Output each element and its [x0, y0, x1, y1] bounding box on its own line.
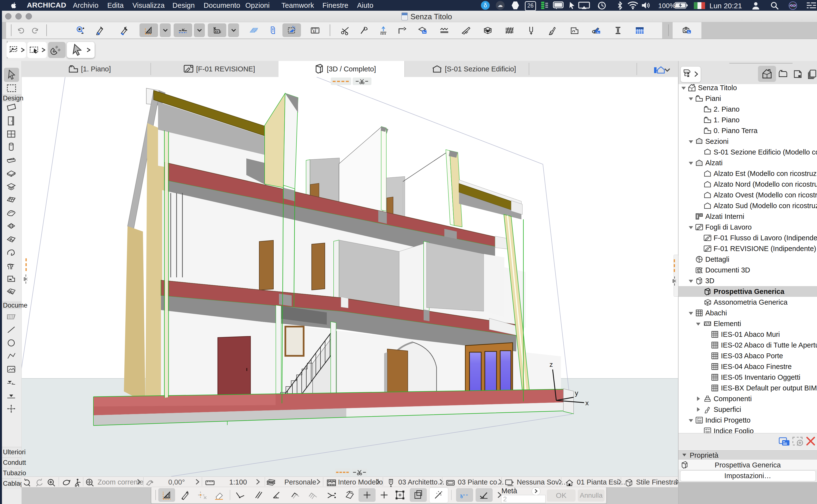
svg-text:12: 12	[313, 29, 316, 33]
svg-text:XY: XY	[215, 30, 218, 33]
svg-text:y: y	[575, 389, 578, 397]
svg-text:z: z	[550, 361, 553, 368]
svg-text:x: x	[585, 399, 589, 407]
